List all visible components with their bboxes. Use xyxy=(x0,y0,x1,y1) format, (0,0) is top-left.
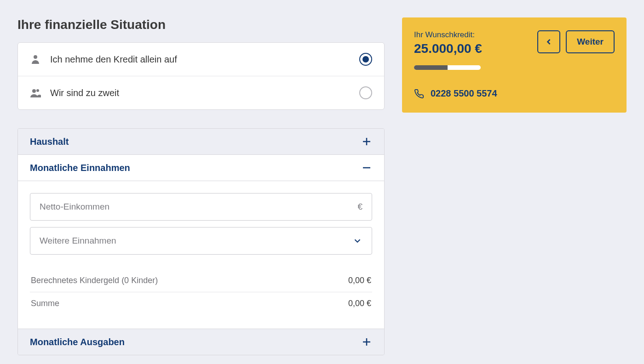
sum-label: Summe xyxy=(31,299,59,308)
accordion-title: Monatliche Einnahmen xyxy=(30,163,130,173)
accordion-header-expenses[interactable]: Monatliche Ausgaben xyxy=(18,329,384,355)
applicant-radio-group: Ich nehme den Kredit allein auf Wir sind… xyxy=(17,42,385,110)
radio-indicator xyxy=(359,86,372,99)
select-placeholder: Weitere Einnahmen xyxy=(40,236,352,246)
plus-icon xyxy=(361,336,372,347)
accordion-title: Monatliche Ausgaben xyxy=(30,337,125,347)
svg-point-2 xyxy=(36,89,39,92)
situation-accordion: Haushalt Monatliche Einnahmen Netto-Eink… xyxy=(17,128,385,355)
back-button[interactable] xyxy=(537,30,560,53)
radio-label-together: Wir sind zu zweit xyxy=(50,88,359,98)
accordion-body-income: Netto-Einkommen € Weitere Einnahmen Bere… xyxy=(18,181,384,329)
credit-label: Ihr Wunschkredit: xyxy=(414,30,482,40)
accordion-header-household[interactable]: Haushalt xyxy=(18,129,384,155)
svg-point-1 xyxy=(32,89,36,93)
radio-option-together[interactable]: Wir sind zu zweit xyxy=(18,76,384,109)
credit-summary-card: Ihr Wunschkredit: 25.000,00 € Weiter xyxy=(402,17,627,113)
radio-label-alone: Ich nehme den Kredit allein auf xyxy=(50,54,359,65)
next-button[interactable]: Weiter xyxy=(566,30,615,53)
phone-icon xyxy=(414,89,424,99)
credit-amount: 25.000,00 € xyxy=(414,41,482,56)
person-icon xyxy=(30,54,41,65)
page-title: Ihre finanzielle Situation xyxy=(17,17,385,32)
chevron-down-icon xyxy=(352,236,362,246)
phone-contact[interactable]: 0228 5500 5574 xyxy=(414,88,615,99)
sum-row: Summe 0,00 € xyxy=(30,292,372,315)
progress-fill xyxy=(414,65,448,70)
kindergeld-label: Berechnetes Kindergeld (0 Kinder) xyxy=(31,276,158,285)
svg-point-0 xyxy=(34,55,37,59)
accordion-title: Haushalt xyxy=(30,136,69,147)
people-icon xyxy=(30,87,41,98)
progress-bar xyxy=(414,65,481,70)
input-placeholder: Netto-Einkommen xyxy=(40,202,357,212)
radio-option-alone[interactable]: Ich nehme den Kredit allein auf xyxy=(18,43,384,76)
chevron-left-icon xyxy=(544,37,553,46)
radio-indicator xyxy=(359,53,372,66)
phone-number: 0228 5500 5574 xyxy=(431,88,497,99)
sum-value: 0,00 € xyxy=(348,299,371,308)
accordion-header-income[interactable]: Monatliche Einnahmen xyxy=(18,155,384,181)
netto-income-input[interactable]: Netto-Einkommen € xyxy=(30,193,372,221)
minus-icon xyxy=(361,162,372,173)
kindergeld-value: 0,00 € xyxy=(348,276,371,285)
additional-income-select[interactable]: Weitere Einnahmen xyxy=(30,227,372,255)
kindergeld-row: Berechnetes Kindergeld (0 Kinder) 0,00 € xyxy=(30,269,372,292)
plus-icon xyxy=(361,136,372,147)
currency-suffix: € xyxy=(357,202,362,212)
